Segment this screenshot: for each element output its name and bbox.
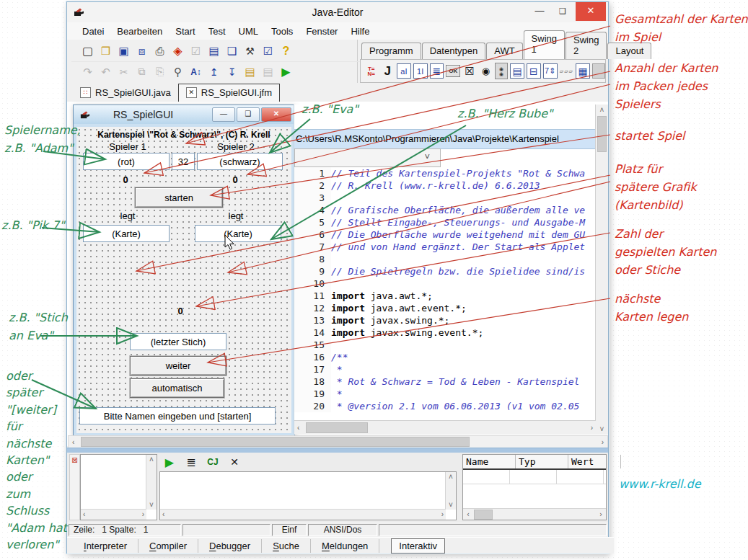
form-header-label[interactable]: Kartenspiel \"Rot & Schwarz\", (C) R. Kr… [79, 130, 289, 140]
jradiobutton-icon[interactable]: ◉ [479, 63, 493, 79]
jlabel-icon[interactable]: T= N= [364, 63, 378, 79]
menu-datei[interactable]: Datei [76, 24, 110, 39]
tab-compiler[interactable]: Compiler [138, 539, 198, 553]
jtable-icon[interactable]: ▦ [576, 63, 590, 79]
delete-watches-icon[interactable]: ⊠ [71, 456, 79, 464]
code-line[interactable]: 1 // Teil des Kartenspiel-Projekts "Rot … [294, 167, 596, 179]
tab-swing1[interactable]: Swing 1 [524, 30, 565, 60]
table-column-header[interactable]: Name [463, 455, 516, 468]
font-size-icon[interactable]: A↕ [187, 63, 205, 81]
minimize-button[interactable]: — [529, 2, 550, 21]
interp-list-icon[interactable]: ≣ [184, 455, 198, 469]
paste-icon[interactable]: ⎘ [151, 63, 169, 81]
code-line[interactable]: 9 // Die Spielregeln bzw. die Spielidee … [294, 265, 596, 277]
scroll-up-icon[interactable]: ˄ [146, 455, 157, 463]
watch-list[interactable]: ˄ ˅ ‹ › [80, 454, 157, 520]
code-line[interactable]: 7 // und von Hand ergänzt. Der Start als… [294, 241, 596, 253]
open-file-icon[interactable]: ❒ [97, 43, 115, 60]
code-line[interactable]: 8 [294, 253, 596, 265]
player1-count-label[interactable]: 0 [97, 174, 154, 185]
scrollbar-thumb[interactable] [597, 116, 607, 152]
undo-icon[interactable]: ↶ [97, 63, 115, 81]
uml-designer-icon[interactable]: ◈ [169, 43, 187, 60]
code-line[interactable]: 5 // Stellt Eingabe-, Steuerungs- und Au… [294, 216, 596, 228]
menu-hilfe[interactable]: Hilfe [344, 24, 376, 39]
scroll-left-icon[interactable]: ‹ [466, 510, 470, 518]
copy-icon[interactable]: ⧉ [133, 63, 151, 81]
code-line[interactable]: 16 /** [294, 351, 596, 363]
scrollbar-thumb[interactable] [474, 510, 493, 520]
player1-legt-label[interactable]: legt [99, 210, 157, 221]
menu-bearbeiten[interactable]: Bearbeiten [110, 24, 169, 39]
automatisch-button[interactable]: automatisch [130, 378, 224, 398]
editor-path-bar[interactable]: C:\Users\R.MSKonto\Programmieren\Java\Pr… [294, 129, 596, 149]
scroll-down-icon[interactable]: ˅ [596, 425, 608, 433]
menu-start[interactable]: Start [169, 24, 201, 39]
scroll-right-icon[interactable]: › [591, 424, 593, 432]
scroll-up-icon[interactable]: ˄ [446, 473, 456, 481]
code-line[interactable]: 15 [294, 339, 596, 351]
code-line[interactable]: 13 import javax.swing.*; [294, 314, 596, 326]
code-line[interactable]: 19 * [294, 388, 596, 400]
player1-card-field[interactable]: (Karte) [83, 225, 170, 242]
scroll-down-icon[interactable]: ˅ [146, 501, 157, 509]
tab-awt[interactable]: AWT [486, 43, 522, 59]
scroll-left-icon[interactable]: ‹ [72, 438, 74, 446]
tab-swing2[interactable]: Swing 2 [566, 32, 607, 59]
scroll-up-icon[interactable]: ˄ [596, 106, 608, 114]
structure-icon[interactable]: ▤ [205, 43, 223, 60]
start-button[interactable]: starten [135, 187, 223, 208]
code-line[interactable]: 6 // Die Oberfläche wurde weitgehend mit… [294, 228, 596, 241]
code-area[interactable]: 1 // Teil des Kartenspiel-Projekts "Rot … [294, 167, 596, 420]
jspinner-icon[interactable]: 7⇕ [543, 63, 558, 79]
redo-icon[interactable]: ↷ [79, 63, 97, 81]
scroll-left-icon[interactable]: ‹ [83, 510, 85, 518]
export-down-icon[interactable]: ↧ [223, 63, 241, 81]
checklist-icon[interactable]: ☑ [259, 43, 277, 60]
title-bar[interactable]: Java-Editor — ❑ ✕ [67, 2, 608, 23]
tab-programm[interactable]: Programm [361, 43, 421, 59]
tab-suche[interactable]: Suche [262, 539, 311, 553]
menu-fenster[interactable]: Fenster [299, 24, 344, 39]
code-line[interactable]: 11 import java.awt.*; [294, 290, 596, 302]
tab-interaktiv[interactable]: Interaktiv [391, 538, 445, 554]
cascade-windows-icon[interactable]: ❏ [223, 43, 241, 60]
code-line[interactable]: 17 * [294, 363, 596, 375]
maximize-button[interactable]: ❑ [553, 2, 573, 21]
pack-size-field[interactable]: 32 [172, 153, 195, 170]
scroll-down-icon[interactable]: ˅ [446, 501, 456, 509]
code-line[interactable]: 12 import java.awt.event.*; [294, 302, 596, 314]
jar-tool-icon[interactable]: ⚒ [241, 43, 259, 60]
save-icon[interactable]: ▣ [115, 43, 133, 60]
menu-tools[interactable]: Tools [265, 24, 299, 39]
player2-name-field[interactable]: (schwarz) [197, 153, 283, 170]
jtextarea-icon[interactable]: ≣ [430, 63, 444, 79]
numbered-folder-disabled-icon[interactable]: ▤ [259, 63, 277, 81]
code-line[interactable]: 20 * @version 2.1 vom 06.06.2013 (v1 vom… [294, 400, 596, 412]
jtext-icon[interactable]: J [380, 63, 394, 79]
weiter-button[interactable]: weiter [130, 356, 226, 375]
code-line[interactable]: 14 import javax.swing.event.*; [294, 326, 596, 339]
player2-count-label[interactable]: 0 [206, 174, 264, 185]
export-up-icon[interactable]: ↥ [205, 63, 223, 81]
scroll-left-icon[interactable]: ‹ [162, 510, 164, 518]
menu-uml[interactable]: UML [232, 24, 265, 39]
player1-name-field[interactable]: (rot) [83, 153, 170, 170]
check-disabled-icon[interactable]: ☑ [187, 43, 205, 60]
player2-legt-label[interactable]: legt [207, 210, 265, 221]
buttongroup-icon[interactable]: ◉ ◉ [495, 63, 508, 79]
code-line[interactable]: 3 [294, 192, 596, 204]
editor-vertical-scrollbar[interactable]: ˄ ˅ [595, 105, 608, 435]
designer-close-button[interactable]: ✕ [261, 107, 291, 122]
jscrollbar-icon[interactable]: ▱▱▱ [560, 63, 573, 79]
table-column-header[interactable]: Wert [568, 455, 621, 468]
jnumberfield-icon[interactable]: 1I [413, 63, 428, 79]
designer-minimize-button[interactable]: — [212, 107, 235, 122]
interp-run-icon[interactable]: ▶ [162, 455, 177, 469]
table-column-header[interactable]: Typ [516, 455, 568, 468]
last-trick-field[interactable]: (letzter Stich) [130, 333, 226, 350]
tab-interpreter[interactable]: Interpreter [73, 539, 138, 553]
jcheckbox-icon[interactable]: ☒ [462, 63, 476, 79]
code-line[interactable]: 4 // Grafische Oberfläche, die außerdem … [294, 204, 596, 216]
variables-table[interactable]: Name Typ Wert ‹ › [462, 454, 607, 520]
